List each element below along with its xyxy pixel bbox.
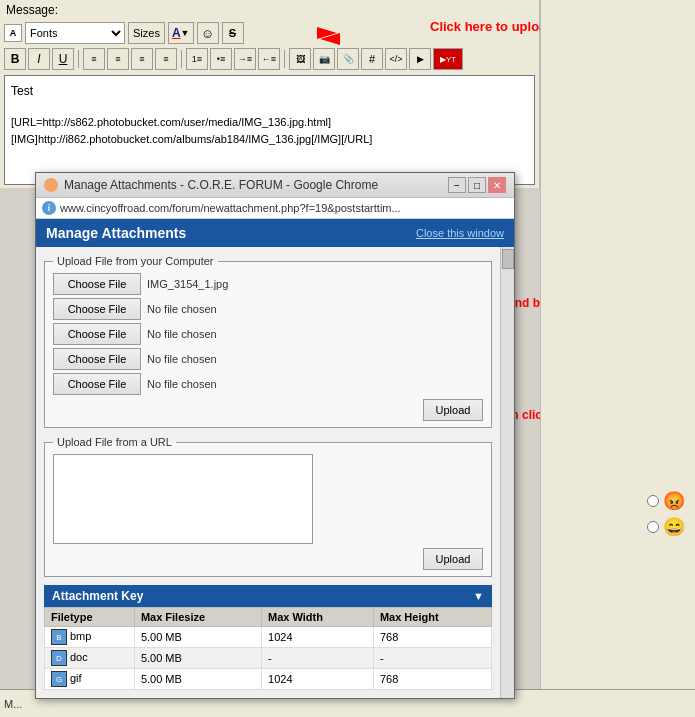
info-icon: i — [42, 201, 56, 215]
col-maxsize: Max Filesize — [134, 608, 261, 627]
scrollbar[interactable] — [500, 247, 514, 698]
att-gif-height: 768 — [373, 669, 491, 690]
att-gif-width: 1024 — [262, 669, 374, 690]
emoji-2: 😄 — [663, 516, 685, 538]
choose-file-btn-3[interactable]: Choose File — [53, 323, 141, 345]
toolbar-row1: A Fonts Sizes A ▼ ☺ S — [0, 20, 539, 46]
choose-file-btn-2[interactable]: Choose File — [53, 298, 141, 320]
col-filetype: Filetype — [45, 608, 135, 627]
att-key-icon: ▼ — [473, 590, 484, 602]
chrome-window: Manage Attachments - C.O.R.E. FORUM - Go… — [35, 172, 515, 699]
message-label: Message: — [0, 0, 539, 20]
file-name-5: No file chosen — [147, 378, 217, 390]
address-text: www.cincyoffroad.com/forum/newattachment… — [60, 202, 401, 214]
strike-btn[interactable]: S — [222, 22, 244, 44]
ul-btn[interactable]: •≡ — [210, 48, 232, 70]
chrome-close-btn[interactable]: ✕ — [488, 177, 506, 193]
upload-arrow-area — [257, 22, 337, 44]
chrome-minimize-btn[interactable]: − — [448, 177, 466, 193]
col-maxheight: Max Height — [373, 608, 491, 627]
upload-url-legend: Upload File from a URL — [53, 436, 176, 448]
manage-header: Manage Attachments Close this window — [36, 219, 514, 247]
editor-line3: [URL=http://s862.photobucket.com/user/me… — [11, 114, 528, 131]
align-center-btn[interactable]: ≡ — [107, 48, 129, 70]
choose-file-btn-4[interactable]: Choose File — [53, 348, 141, 370]
chrome-addressbar: i www.cincyoffroad.com/forum/newattachme… — [36, 198, 514, 219]
italic-btn[interactable]: I — [28, 48, 50, 70]
smiley-btn[interactable]: ☺ — [197, 22, 219, 44]
font-select[interactable]: Fonts — [25, 22, 125, 44]
chrome-titlebar: Manage Attachments - C.O.R.E. FORUM - Go… — [36, 173, 514, 198]
chrome-title-text: Manage Attachments - C.O.R.E. FORUM - Go… — [64, 178, 378, 192]
att-bmp-size: 5.00 MB — [134, 627, 261, 648]
att-bmp-width: 1024 — [262, 627, 374, 648]
att-key-title: Attachment Key — [52, 589, 143, 603]
editor-textarea[interactable]: Test [URL=http://s862.photobucket.com/us… — [4, 75, 535, 185]
file-name-3: No file chosen — [147, 328, 217, 340]
align-right-btn[interactable]: ≡ — [131, 48, 153, 70]
url-textarea[interactable] — [53, 454, 313, 544]
table-row: Ggif 5.00 MB 1024 768 — [45, 669, 492, 690]
emoji-radio-1[interactable] — [647, 495, 659, 507]
upload-btn-2[interactable]: Upload — [423, 548, 483, 570]
media-btn[interactable]: ▶ — [409, 48, 431, 70]
img3-btn[interactable]: 📎 — [337, 48, 359, 70]
upload-computer-legend: Upload File from your Computer — [53, 255, 218, 267]
table-row: Ddoc 5.00 MB - - — [45, 648, 492, 669]
att-doc-size: 5.00 MB — [134, 648, 261, 669]
underline-btn[interactable]: U — [52, 48, 74, 70]
right-panel: 😡 😄 — [540, 0, 695, 717]
file-name-4: No file chosen — [147, 353, 217, 365]
img2-btn[interactable]: 📷 — [313, 48, 335, 70]
file-name-1: IMG_3154_1.jpg — [147, 278, 228, 290]
chrome-restore-btn[interactable]: □ — [468, 177, 486, 193]
sizes-btn[interactable]: Sizes — [128, 22, 165, 44]
att-key-header: Attachment Key ▼ — [44, 585, 492, 607]
editor-line2 — [11, 100, 528, 114]
file-name-2: No file chosen — [147, 303, 217, 315]
font-icon: A — [4, 24, 22, 42]
choose-file-btn-5[interactable]: Choose File — [53, 373, 141, 395]
file-row-4: Choose File No file chosen — [53, 348, 483, 370]
indent-btn[interactable]: →≡ — [234, 48, 256, 70]
emoji-area: 😡 😄 — [647, 490, 685, 538]
attachment-key: Attachment Key ▼ Filetype Max Filesize M… — [44, 585, 492, 690]
hash-btn[interactable]: # — [361, 48, 383, 70]
code-btn[interactable]: </> — [385, 48, 407, 70]
bottom-text: M... — [4, 698, 22, 710]
manage-title: Manage Attachments — [46, 225, 186, 241]
att-bmp-height: 768 — [373, 627, 491, 648]
att-table: Filetype Max Filesize Max Width Max Heig… — [44, 607, 492, 690]
close-window-link[interactable]: Close this window — [416, 227, 504, 239]
svg-marker-0 — [257, 27, 337, 39]
emoji-radio-2[interactable] — [647, 521, 659, 533]
bold-btn[interactable]: B — [4, 48, 26, 70]
att-doc-height: - — [373, 648, 491, 669]
emoji-1: 😡 — [663, 490, 685, 512]
col-maxwidth: Max Width — [262, 608, 374, 627]
align-left-btn[interactable]: ≡ — [83, 48, 105, 70]
upload-url-section: Upload File from a URL Upload — [44, 436, 492, 577]
att-gif-size: 5.00 MB — [134, 669, 261, 690]
img-btn[interactable]: 🖼 — [289, 48, 311, 70]
ol-btn[interactable]: 1≡ — [186, 48, 208, 70]
toolbar-row2: B I U ≡ ≡ ≡ ≡ 1≡ •≡ →≡ ←≡ 🖼 📷 📎 # </> ▶ … — [0, 46, 539, 72]
upload-computer-section: Upload File from your Computer Choose Fi… — [44, 255, 492, 428]
table-row: Bbmp 5.00 MB 1024 768 — [45, 627, 492, 648]
align-justify-btn[interactable]: ≡ — [155, 48, 177, 70]
outdent-btn[interactable]: ←≡ — [258, 48, 280, 70]
file-row-1: Choose File IMG_3154_1.jpg — [53, 273, 483, 295]
color-btn[interactable]: A ▼ — [168, 22, 194, 44]
file-row-2: Choose File No file chosen — [53, 298, 483, 320]
upload-btn-1[interactable]: Upload — [423, 399, 483, 421]
chrome-favicon — [44, 178, 58, 192]
choose-file-btn-1[interactable]: Choose File — [53, 273, 141, 295]
editor-line4: [IMG]http://i862.photobucket.com/albums/… — [11, 131, 528, 148]
editor-line1: Test — [11, 82, 528, 100]
file-row-5: Choose File No file chosen — [53, 373, 483, 395]
youtube-btn[interactable]: ▶YT — [433, 48, 463, 70]
att-doc-width: - — [262, 648, 374, 669]
file-row-3: Choose File No file chosen — [53, 323, 483, 345]
